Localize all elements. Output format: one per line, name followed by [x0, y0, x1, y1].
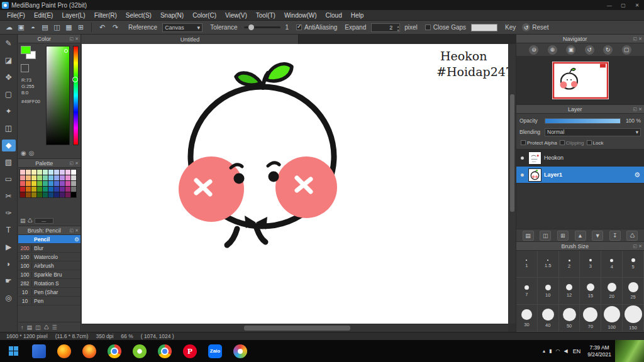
brush-item-pen[interactable]: 10Pen — [18, 297, 80, 305]
note-icon[interactable]: ▤ — [40, 22, 50, 33]
palette-swatch[interactable] — [37, 170, 42, 175]
operation-tool[interactable]: ▶ — [2, 241, 16, 253]
palette-swatch[interactable] — [43, 170, 48, 175]
layer-settings-icon[interactable]: ⚙ — [634, 171, 640, 179]
layer-visibility-icon[interactable] — [521, 173, 524, 177]
navigator-zoom-in-icon[interactable]: ⊕ — [548, 45, 557, 55]
palette-swatch[interactable] — [31, 192, 36, 197]
brush-size-12[interactable]: 12 — [559, 278, 580, 305]
layer-row-heokon[interactable]: Heokon — [516, 150, 644, 167]
brush-size-30[interactable]: 30 — [516, 305, 538, 332]
language-indicator[interactable]: EN — [570, 348, 584, 354]
expand-spinner[interactable]: 2 ▴▾ — [371, 23, 400, 32]
duplicate-layer-icon[interactable]: ◫ — [540, 231, 551, 241]
redo-icon[interactable]: ↷ — [110, 22, 121, 33]
menu-item-filterr[interactable]: Filter(R) — [90, 12, 121, 19]
popout-icon[interactable]: ◱ — [633, 107, 638, 112]
palette-swatch[interactable] — [54, 181, 59, 186]
hand-tool[interactable]: ☛ — [2, 275, 16, 287]
close-icon[interactable]: ✕ — [75, 161, 79, 166]
palette-swatch[interactable] — [48, 187, 53, 192]
antialiasing-checkbox[interactable] — [296, 25, 302, 30]
palette-swatch[interactable] — [37, 181, 42, 186]
brush-duplicate-icon[interactable]: ◫ — [35, 324, 41, 331]
popout-icon[interactable]: ◱ — [633, 36, 638, 41]
opacity-slider[interactable] — [545, 118, 621, 124]
foreground-color-swatch[interactable] — [21, 46, 31, 54]
sv-indicator[interactable] — [64, 49, 68, 53]
menu-item-help[interactable]: Help — [347, 12, 369, 19]
palette-swatch[interactable] — [71, 181, 76, 186]
select-rect-tool[interactable]: ▭ — [2, 173, 16, 185]
palette-swatch[interactable] — [26, 170, 31, 175]
select-tool[interactable]: ▢ — [2, 89, 16, 101]
move-tool[interactable]: ✥ — [2, 72, 16, 84]
close-icon[interactable]: ✕ — [638, 36, 642, 41]
menu-item-edite[interactable]: Edit(E) — [30, 12, 58, 19]
palette-swatch[interactable] — [43, 192, 48, 197]
palette-swatch[interactable] — [71, 187, 76, 192]
taskbar-clock[interactable]: 7:39 AM 9/24/2021 — [584, 344, 615, 358]
add-folder-icon[interactable]: ⊞ — [557, 231, 569, 241]
close-icon[interactable]: ✕ — [75, 36, 79, 41]
zoom-tool[interactable]: ◎ — [2, 292, 16, 304]
palette-swatch[interactable] — [26, 181, 31, 186]
canvas-tab-untitled[interactable]: Untitled — [82, 35, 299, 44]
tolerance-slider-knob[interactable] — [248, 25, 254, 30]
taskbar-pinterest[interactable]: P — [177, 340, 203, 362]
palette-swatch[interactable] — [48, 170, 53, 175]
palette-swatch[interactable] — [37, 175, 42, 180]
chat-icon[interactable]: ◓ — [28, 22, 38, 33]
brush-size-1[interactable]: 1 — [516, 251, 538, 278]
horizontal-scrollbar[interactable] — [82, 324, 508, 332]
palette-swatch[interactable] — [20, 192, 25, 197]
brush-delete-icon[interactable]: ♺ — [44, 324, 49, 331]
taskbar-photos[interactable] — [228, 340, 253, 362]
menu-item-toolt[interactable]: Tool(T) — [252, 12, 280, 19]
new-doc-icon[interactable]: ◫ — [52, 22, 62, 33]
transparent-color-swatch[interactable] — [21, 64, 29, 72]
color-wheel-icon[interactable]: ◉ — [21, 150, 26, 156]
taskbar-chrome-2[interactable] — [152, 340, 177, 362]
brush-size-150[interactable]: 150 — [623, 305, 644, 332]
close-button[interactable]: ✕ — [630, 0, 644, 10]
palette-swatch[interactable] — [37, 192, 42, 197]
move-layer-up-icon[interactable]: ▲ — [575, 231, 586, 241]
tolerance-slider[interactable] — [244, 26, 280, 28]
add-swatch-icon[interactable]: ▤ — [20, 217, 26, 224]
gradient-tool[interactable]: ▧ — [2, 156, 16, 168]
palette-swatch[interactable] — [60, 187, 65, 192]
menu-item-viewv[interactable]: View(V) — [221, 12, 252, 19]
divide-tool[interactable]: ◫ — [2, 123, 16, 134]
popout-icon[interactable]: ◱ — [70, 228, 74, 233]
taskbar-coccoc[interactable] — [127, 340, 152, 362]
navigator-reset-icon[interactable]: ▢ — [622, 45, 631, 55]
palette-swatch[interactable] — [31, 181, 36, 186]
palette-swatch[interactable] — [43, 187, 48, 192]
brush-item-rotation-s[interactable]: 282Rotation S — [18, 279, 80, 288]
hue-slider[interactable] — [73, 46, 79, 145]
navigator-fit-icon[interactable]: ▣ — [566, 45, 575, 55]
brush-up-icon[interactable]: ↑ — [21, 324, 24, 331]
palette-swatch[interactable] — [26, 192, 31, 197]
eraser-tool[interactable]: ◪ — [2, 55, 16, 67]
menu-item-windoww[interactable]: Window(W) — [280, 12, 321, 19]
reference-select[interactable]: Canvas ▾ — [162, 23, 203, 32]
saturation-value-picker[interactable] — [46, 46, 70, 145]
menu-item-selects[interactable]: Select(S) — [121, 12, 156, 19]
select-pen-tool[interactable]: ✑ — [2, 207, 16, 219]
palette-swatch[interactable] — [48, 181, 53, 186]
palette-swatch[interactable] — [26, 175, 31, 180]
taskbar-chrome[interactable] — [102, 340, 127, 362]
start-button[interactable] — [0, 340, 26, 362]
brush-item-airbrush[interactable]: 100Airbrush — [18, 261, 80, 270]
cell-grid-icon[interactable]: ⊞ — [75, 22, 86, 33]
menu-item-layerl[interactable]: Layer(L) — [57, 12, 89, 19]
palette-swatch[interactable] — [43, 181, 48, 186]
palette-swatch[interactable] — [60, 192, 65, 197]
palette-swatch[interactable] — [31, 187, 36, 192]
palette-swatch[interactable] — [26, 187, 31, 192]
close-gaps-checkbox[interactable] — [425, 25, 431, 30]
palette-swatch[interactable] — [65, 175, 70, 180]
palette-swatch[interactable] — [71, 192, 76, 197]
